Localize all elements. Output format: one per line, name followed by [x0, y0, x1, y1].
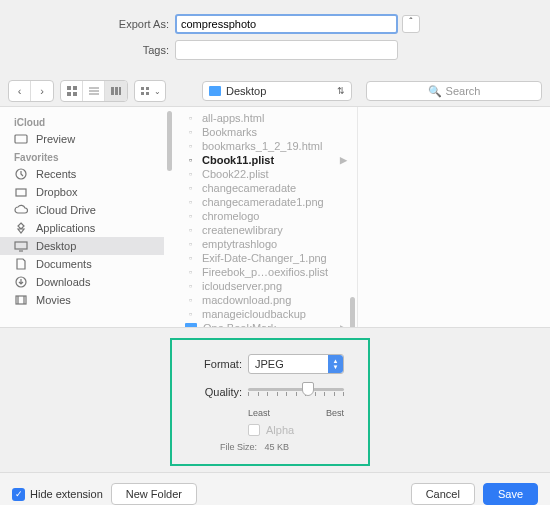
format-value: JPEG	[255, 358, 284, 370]
svg-rect-9	[119, 87, 121, 95]
export-as-label: Export As:	[0, 18, 175, 30]
sidebar-item-movies[interactable]: Movies	[0, 291, 164, 309]
file-name: all-apps.html	[202, 112, 264, 124]
view-list-button[interactable]	[83, 81, 105, 101]
sidebar-item-documents[interactable]: Documents	[0, 255, 164, 273]
file-row[interactable]: ▫all-apps.html	[171, 111, 357, 125]
sidebar-item-label: Movies	[36, 294, 71, 306]
quality-best-label: Best	[326, 408, 344, 418]
file-row[interactable]: ▫macdownload.png	[171, 293, 357, 307]
file-row[interactable]: ▫createnewlibrary	[171, 223, 357, 237]
svg-rect-12	[141, 92, 144, 95]
svg-rect-13	[146, 92, 149, 95]
hide-extension-label: Hide extension	[30, 488, 103, 500]
sidebar-icon	[14, 168, 28, 180]
sidebar-item-desktop[interactable]: Desktop	[0, 237, 164, 255]
file-row[interactable]: ▫changecameradate1.png	[171, 195, 357, 209]
file-icon: ▫	[185, 239, 196, 250]
stepper-icon: ▲▼	[328, 355, 343, 373]
alpha-checkbox	[248, 424, 260, 436]
cancel-button[interactable]: Cancel	[411, 483, 475, 505]
view-icon-button[interactable]	[61, 81, 83, 101]
sidebar-icon	[14, 258, 28, 270]
file-icon: ▫	[185, 267, 196, 278]
file-column-2[interactable]	[357, 107, 550, 327]
collapse-button[interactable]: ˆ	[402, 15, 420, 33]
file-name: One BookMark	[203, 322, 276, 327]
top-fields: Export As: ˆ Tags:	[0, 0, 550, 76]
file-icon: ▫	[185, 295, 196, 306]
view-columns-button[interactable]	[105, 81, 127, 101]
sidebar-item-label: iCloud Drive	[36, 204, 96, 216]
group-by-button[interactable]: ⌄	[134, 80, 166, 102]
chevron-updown-icon: ⇅	[337, 86, 345, 96]
sidebar-icon	[14, 222, 28, 234]
sidebar-item-label: Preview	[36, 133, 75, 145]
file-icon: ▫	[185, 211, 196, 222]
slider-thumb[interactable]	[302, 382, 314, 396]
sidebar-icon	[14, 294, 28, 306]
file-name: Exif-Date-Changer_1.png	[202, 252, 327, 264]
svg-rect-2	[67, 92, 71, 96]
format-options: Format: JPEG ▲▼ Quality: Least Best Alph…	[170, 338, 370, 466]
save-button[interactable]: Save	[483, 483, 538, 505]
file-row[interactable]: ▫Cbook22.plist	[171, 167, 357, 181]
svg-rect-8	[115, 87, 118, 95]
sidebar-icon	[14, 186, 28, 198]
location-popup[interactable]: Desktop ⇅	[202, 81, 352, 101]
sidebar-item-downloads[interactable]: Downloads	[0, 273, 164, 291]
filesize-label: File Size:	[220, 442, 257, 452]
format-select[interactable]: JPEG ▲▼	[248, 354, 344, 374]
forward-button[interactable]: ›	[31, 81, 53, 101]
file-row[interactable]: ▫changecameradate	[171, 181, 357, 195]
file-row[interactable]: ▫emptytrashlogo	[171, 237, 357, 251]
filesize-value: 45 KB	[265, 442, 290, 452]
new-folder-button[interactable]: New Folder	[111, 483, 197, 505]
file-row[interactable]: ▫Bookmarks	[171, 125, 357, 139]
file-row[interactable]: ▫Cbook11.plist▶	[171, 153, 357, 167]
export-as-input[interactable]	[175, 14, 398, 34]
scrollbar[interactable]	[167, 111, 172, 171]
file-row[interactable]: ▫chromelogo	[171, 209, 357, 223]
file-name: icloudserver.png	[202, 280, 282, 292]
svg-rect-3	[73, 92, 77, 96]
file-row[interactable]: One BookMark▶	[171, 321, 357, 327]
back-button[interactable]: ‹	[9, 81, 31, 101]
sidebar-item-dropbox[interactable]: Dropbox	[0, 183, 164, 201]
folder-icon	[185, 323, 197, 327]
file-name: macdownload.png	[202, 294, 291, 306]
sidebar-icon	[14, 240, 28, 252]
hide-extension-checkbox[interactable]: ✓ Hide extension	[12, 488, 103, 501]
file-row[interactable]: ▫manageicloudbackup	[171, 307, 357, 321]
view-mode-group	[60, 80, 128, 102]
search-input[interactable]: 🔍 Search	[366, 81, 542, 101]
scrollbar[interactable]	[350, 297, 355, 327]
file-name: emptytrashlogo	[202, 238, 277, 250]
file-row[interactable]: ▫bookmarks_1_2_19.html	[171, 139, 357, 153]
file-name: Cbook11.plist	[202, 154, 274, 166]
search-icon: 🔍	[428, 85, 442, 98]
sidebar-item-preview[interactable]: Preview	[0, 130, 164, 148]
svg-rect-14	[15, 135, 27, 143]
tags-input[interactable]	[175, 40, 398, 60]
toolbar: ‹ › ⌄ Desktop ⇅ 🔍 Search	[0, 76, 550, 106]
sidebar-item-icloud-drive[interactable]: iCloud Drive	[0, 201, 164, 219]
file-column-1[interactable]: ▫all-apps.html▫Bookmarks▫bookmarks_1_2_1…	[165, 107, 357, 327]
file-row[interactable]: ▫Exif-Date-Changer_1.png	[171, 251, 357, 265]
sidebar-item-recents[interactable]: Recents	[0, 165, 164, 183]
svg-rect-17	[15, 242, 27, 249]
location-label: Desktop	[226, 85, 266, 97]
file-row[interactable]: ▫icloudserver.png	[171, 279, 357, 293]
file-name: bookmarks_1_2_19.html	[202, 140, 322, 152]
file-icon: ▫	[185, 155, 196, 166]
chevron-right-icon: ▶	[340, 155, 347, 165]
file-row[interactable]: ▫Fireebok_p…oexifios.plist	[171, 265, 357, 279]
quality-label: Quality:	[196, 386, 248, 398]
svg-rect-0	[67, 86, 71, 90]
file-name: Fireebok_p…oexifios.plist	[202, 266, 328, 278]
quality-slider[interactable]	[248, 382, 344, 402]
sidebar-item-applications[interactable]: Applications	[0, 219, 164, 237]
file-name: chromelogo	[202, 210, 259, 222]
chevron-right-icon: ▶	[340, 323, 347, 327]
format-panel: Format: JPEG ▲▼ Quality: Least Best Alph…	[0, 328, 550, 472]
